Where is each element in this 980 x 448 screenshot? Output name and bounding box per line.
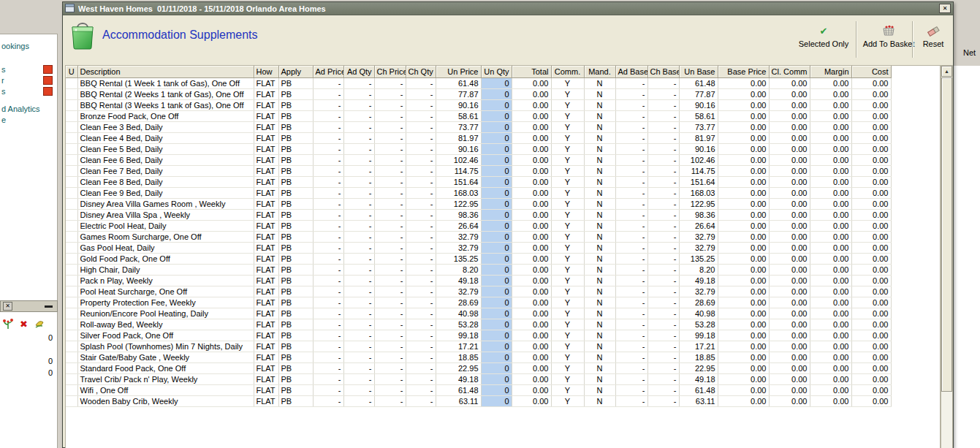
minimize-icon[interactable] [45,305,53,308]
sidebar-item-fragment[interactable]: e [1,115,6,124]
column-header-how[interactable]: How [254,66,278,77]
cell-u[interactable] [66,198,77,209]
cell-un_qty[interactable]: 0 [481,165,512,176]
sidebar-item-fragment[interactable]: r [1,76,4,85]
cell-u[interactable] [66,341,77,352]
yellow-tool-icon[interactable] [34,318,45,331]
table-row[interactable]: Games Room Surcharge, One OffFLATPB----3… [66,231,891,242]
column-header-ad_price[interactable]: Ad Price [313,66,343,77]
cell-un_qty[interactable]: 0 [481,220,512,231]
column-header-base_price[interactable]: Base Price [718,66,769,77]
column-header-mand[interactable]: Mand. [584,66,615,77]
scrollbar-thumb[interactable] [941,77,952,392]
red-square-icon[interactable] [43,76,53,85]
column-header-un_base[interactable]: Un Base [679,66,718,77]
sidebar-item-analytics[interactable]: d Analytics [1,105,40,113]
cell-u[interactable] [66,352,77,362]
cell-un_qty[interactable]: 0 [481,187,512,198]
sidebar-item-fragment[interactable]: s [1,65,6,74]
cell-u[interactable] [66,154,77,165]
cell-un_qty[interactable]: 0 [481,110,512,121]
column-header-u[interactable]: U [66,66,77,77]
table-row[interactable]: Disney Area Villa Spa , WeeklyFLATPB----… [66,209,891,220]
table-row[interactable]: Stair Gate/Baby Gate , WeeklyFLATPB----1… [66,352,891,362]
cell-u[interactable] [66,286,77,297]
cell-u[interactable] [66,220,77,231]
cell-u[interactable] [66,187,77,198]
cell-un_qty[interactable]: 0 [481,88,512,99]
sidebar-item-fragment[interactable]: s [1,87,6,96]
cell-un_qty[interactable]: 0 [481,77,512,88]
table-row[interactable]: BBQ Rental (1 Week 1 tank of Gas), One O… [66,77,891,88]
add-to-basket-button[interactable]: Add To Basket [859,25,918,48]
cell-un_qty[interactable]: 0 [481,330,512,341]
cell-un_qty[interactable]: 0 [481,286,512,297]
table-row[interactable]: Pool Heat Surcharge, One OffFLATPB----32… [66,286,891,297]
column-header-ch_price[interactable]: Ch Price [374,66,406,77]
cell-un_qty[interactable]: 0 [481,308,512,319]
cell-u[interactable] [66,242,77,253]
cell-u[interactable] [66,308,77,319]
title-bar[interactable]: West Haven Homes 01/11/2018 - 15/11/2018… [63,2,953,15]
table-row[interactable]: BBQ Rental (3 Weeks 1 tank of Gas), One … [66,99,891,110]
table-row[interactable]: Clean Fee 3 Bed, DailyFLATPB----73.7700.… [66,121,891,132]
cell-un_qty[interactable]: 0 [481,198,512,209]
table-row[interactable]: Clean Fee 4 Bed, DailyFLATPB----81.9700.… [66,132,891,143]
cell-u[interactable] [66,231,77,242]
cell-un_qty[interactable]: 0 [481,99,512,110]
table-row[interactable]: Wifi , One OffFLATPB----61.4800.00YN--61… [66,384,891,395]
cell-un_qty[interactable]: 0 [481,319,512,330]
cell-u[interactable] [66,330,77,341]
column-header-description[interactable]: Description [77,66,254,77]
table-row[interactable]: Disney Area Villa Games Room , WeeklyFLA… [66,198,891,209]
cell-u[interactable] [66,384,77,395]
table-row[interactable]: Clean Fee 5 Bed, DailyFLATPB----90.1600.… [66,143,891,154]
table-row[interactable]: Wooden Baby Crib, WeeklyFLATPB----63.110… [66,395,891,406]
cell-un_qty[interactable]: 0 [481,264,512,275]
close-button[interactable]: ✕ [939,4,951,13]
column-header-comm[interactable]: Comm. [551,66,584,77]
table-row[interactable]: Clean Fee 9 Bed, DailyFLATPB----168.0300… [66,187,891,198]
cell-un_qty[interactable]: 0 [481,253,512,264]
cell-un_qty[interactable]: 0 [481,362,512,373]
cell-u[interactable] [66,121,77,132]
column-header-ad_base[interactable]: Ad Base [615,66,647,77]
table-row[interactable]: Gold Food Pack, One OffFLATPB----135.250… [66,253,891,264]
table-row[interactable]: Bronze Food Pack, One OffFLATPB----58.61… [66,110,891,121]
table-row[interactable]: Pack n Play, WeeklyFLATPB----49.1800.00Y… [66,275,891,286]
cell-un_qty[interactable]: 0 [481,275,512,286]
selected-only-button[interactable]: ✔ Selected Only [791,25,856,48]
cell-un_qty[interactable]: 0 [481,395,512,406]
reset-button[interactable]: Reset [916,25,950,48]
cell-un_qty[interactable]: 0 [481,143,512,154]
mini-close-button[interactable]: ✕ [3,302,12,311]
cell-u[interactable] [66,77,77,88]
green-plant-icon[interactable] [2,318,14,331]
cell-u[interactable] [66,373,77,384]
cell-u[interactable] [66,165,77,176]
table-row[interactable]: Clean Fee 6 Bed, DailyFLATPB----102.4600… [66,154,891,165]
column-header-un_price[interactable]: Un Price [436,66,481,77]
cell-u[interactable] [66,99,77,110]
cell-un_qty[interactable]: 0 [481,132,512,143]
column-header-ch_base[interactable]: Ch Base [647,66,679,77]
table-row[interactable]: Gas Pool Heat, DailyFLATPB----32.7900.00… [66,242,891,253]
cell-u[interactable] [66,143,77,154]
table-row[interactable]: Travel Crib/ Pack n' Play, WeeklyFLATPB-… [66,373,891,384]
table-row[interactable]: BBQ Rental (2 Weeks 1 tank of Gas), One … [66,88,891,99]
table-row[interactable]: High Chair, DailyFLATPB----8.2000.00YN--… [66,264,891,275]
cell-u[interactable] [66,275,77,286]
cell-u[interactable] [66,110,77,121]
column-header-total[interactable]: Total [512,66,551,77]
cell-un_qty[interactable]: 0 [481,121,512,132]
cell-u[interactable] [66,319,77,330]
table-row[interactable]: Clean Fee 7 Bed, DailyFLATPB----114.7500… [66,165,891,176]
cell-u[interactable] [66,395,77,406]
cell-u[interactable] [66,176,77,187]
cell-u[interactable] [66,362,77,373]
column-header-ad_qty[interactable]: Ad Qty [343,66,374,77]
table-row[interactable]: Property Protection Fee, WeeklyFLATPB---… [66,297,891,308]
table-row[interactable]: Silver Food Pack, One OffFLATPB----99.18… [66,330,891,341]
column-header-margin[interactable]: Margin [810,66,851,77]
cell-u[interactable] [66,253,77,264]
